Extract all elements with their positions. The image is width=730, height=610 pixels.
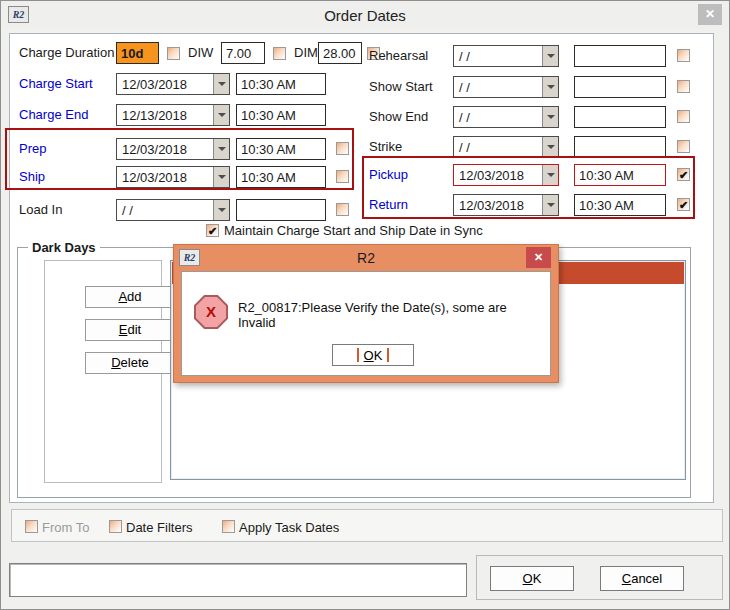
date-row-ship: Ship 12/03/2018 10:30 AM — [19, 166, 355, 190]
delete-button[interactable]: Delete — [85, 352, 175, 374]
pickup-date-combo[interactable]: 12/03/2018 — [453, 164, 559, 186]
chevron-down-icon — [547, 54, 555, 62]
show-end-label: Show End — [369, 109, 428, 124]
show-start-label: Show Start — [369, 79, 433, 94]
date-row-pickup: Pickup 12/03/2018 10:30 AM ✔ — [369, 164, 699, 188]
dropdown-button[interactable] — [542, 165, 558, 185]
charge-duration-field[interactable]: 10d — [116, 42, 159, 64]
ok-cancel-panel: OK Cancel — [476, 555, 723, 600]
strike-date-combo[interactable]: / / — [453, 136, 559, 158]
show-start-time-field[interactable] — [574, 76, 666, 98]
dropdown-button[interactable] — [213, 105, 229, 125]
date-row-return: Return 12/03/2018 10:30 AM ✔ — [369, 194, 699, 218]
ship-label: Ship — [19, 169, 45, 184]
chevron-down-icon — [547, 145, 555, 153]
diw-checkbox[interactable] — [273, 47, 286, 60]
date-row-charge-end: Charge End 12/13/2018 10:30 AM — [19, 104, 355, 128]
modal-close-icon[interactable]: ✕ — [526, 247, 551, 268]
charge-end-time-field[interactable]: 10:30 AM — [236, 104, 326, 126]
show-start-checkbox[interactable] — [677, 80, 690, 93]
return-checkbox[interactable]: ✔ — [677, 198, 690, 211]
diw-label: DIW — [188, 45, 213, 60]
date-filters-label: Date Filters — [126, 520, 192, 535]
pickup-checkbox[interactable]: ✔ — [677, 168, 690, 181]
date-row-strike: Strike / / — [369, 136, 699, 160]
apply-task-dates-checkbox[interactable] — [222, 520, 235, 533]
dropdown-button[interactable] — [213, 200, 229, 220]
show-end-date-combo[interactable]: / / — [453, 106, 559, 128]
chevron-down-icon — [218, 175, 226, 183]
apply-task-dates-label: Apply Task Dates — [239, 520, 339, 535]
date-row-show-start: Show Start / / — [369, 76, 699, 100]
prep-checkbox[interactable] — [336, 142, 349, 155]
modal-ok-button[interactable]: OK — [332, 344, 414, 366]
dropdown-button[interactable] — [542, 107, 558, 127]
window-title: Order Dates — [1, 7, 729, 24]
dropdown-button[interactable] — [542, 46, 558, 66]
strike-label: Strike — [369, 139, 402, 154]
prep-label: Prep — [19, 141, 46, 156]
order-dates-window: R2 Order Dates ✕ Charge Duration 10d DIW… — [0, 0, 730, 610]
charge-end-label: Charge End — [19, 107, 88, 122]
load-in-label: Load In — [19, 202, 62, 217]
chevron-down-icon — [547, 173, 555, 181]
cancel-button[interactable]: Cancel — [600, 566, 684, 591]
dim-field[interactable]: 28.00 — [318, 42, 362, 64]
dim-label: DIM — [294, 45, 318, 60]
charge-end-date-combo[interactable]: 12/13/2018 — [116, 104, 230, 126]
dropdown-button[interactable] — [542, 137, 558, 157]
chevron-down-icon — [218, 208, 226, 216]
error-message: R2_00817:Please Verify the Date(s), some… — [238, 300, 542, 330]
close-icon[interactable]: ✕ — [698, 4, 722, 25]
rehearsal-checkbox[interactable] — [677, 49, 690, 62]
rehearsal-date-combo[interactable]: / / — [453, 45, 559, 67]
strike-checkbox[interactable] — [677, 140, 690, 153]
sync-checkbox[interactable]: ✔ — [206, 224, 219, 237]
footer-options-panel: From To Date Filters Apply Task Dates — [11, 509, 723, 542]
dropdown-button[interactable] — [542, 195, 558, 215]
ship-date-combo[interactable]: 12/03/2018 — [116, 166, 230, 188]
from-to-checkbox[interactable] — [25, 520, 38, 533]
dropdown-button[interactable] — [213, 167, 229, 187]
date-filters-checkbox[interactable] — [109, 520, 122, 533]
charge-start-time-field[interactable]: 10:30 AM — [236, 73, 326, 95]
show-end-checkbox[interactable] — [677, 110, 690, 123]
strike-time-field[interactable] — [574, 136, 666, 158]
prep-time-field[interactable]: 10:30 AM — [236, 138, 326, 160]
dropdown-button[interactable] — [542, 77, 558, 97]
return-label: Return — [369, 197, 408, 212]
dropdown-button[interactable] — [213, 139, 229, 159]
title-bar: R2 Order Dates ✕ — [1, 1, 729, 29]
prep-date-combo[interactable]: 12/03/2018 — [116, 138, 230, 160]
add-button[interactable]: Add — [85, 286, 175, 308]
load-in-time-field[interactable] — [236, 199, 326, 221]
charge-start-date-combo[interactable]: 12/03/2018 — [116, 73, 230, 95]
dark-days-button-panel: Add Edit Delete — [44, 260, 162, 483]
ship-checkbox[interactable] — [336, 170, 349, 183]
rehearsal-time-field[interactable] — [574, 45, 666, 67]
dropdown-button[interactable] — [213, 74, 229, 94]
load-in-date-combo[interactable]: / / — [116, 199, 230, 221]
show-start-date-combo[interactable]: / / — [453, 76, 559, 98]
ship-time-field[interactable]: 10:30 AM — [236, 166, 326, 188]
charge-duration-checkbox[interactable] — [167, 47, 180, 60]
load-in-checkbox[interactable] — [336, 203, 349, 216]
return-time-field[interactable]: 10:30 AM — [574, 194, 666, 216]
error-icon: X — [194, 295, 228, 329]
sync-checkbox-label: Maintain Charge Start and Ship Date in S… — [224, 223, 483, 238]
rehearsal-label: Rehearsal — [369, 48, 428, 63]
note-input[interactable] — [9, 563, 467, 597]
chevron-down-icon — [218, 147, 226, 155]
date-row-charge-start: Charge Start 12/03/2018 10:30 AM — [19, 73, 355, 97]
diw-field[interactable]: 7.00 — [221, 42, 265, 64]
show-end-time-field[interactable] — [574, 106, 666, 128]
chevron-down-icon — [547, 115, 555, 123]
r2-error-dialog: R2 R2 ✕ X R2_00817:Please Verify the Dat… — [173, 244, 559, 383]
charge-start-label: Charge Start — [19, 76, 93, 91]
chevron-down-icon — [218, 113, 226, 121]
edit-button[interactable]: Edit — [85, 319, 175, 341]
pickup-time-field[interactable]: 10:30 AM — [574, 164, 666, 186]
return-date-combo[interactable]: 12/03/2018 — [453, 194, 559, 216]
date-row-show-end: Show End / / — [369, 106, 699, 130]
ok-button[interactable]: OK — [490, 566, 574, 591]
